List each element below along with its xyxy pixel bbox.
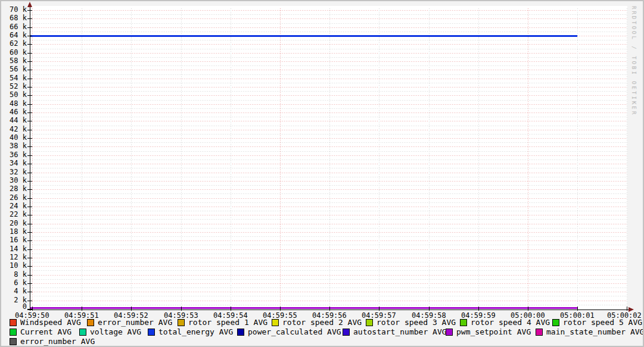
major-gridline-h	[30, 79, 626, 79]
y-axis-label: 56 k	[1, 65, 27, 73]
x-tick-mark	[577, 307, 578, 311]
y-tick-mark	[27, 309, 32, 310]
legend-color-swatch	[148, 329, 155, 336]
major-gridline-v	[280, 8, 281, 309]
y-tick-mark	[27, 112, 32, 113]
legend-label: rotor speed 4 AVG	[471, 318, 550, 327]
major-gridline-h	[30, 10, 626, 11]
minor-gridline-h	[30, 32, 626, 32]
major-gridline-h	[30, 181, 626, 182]
minor-gridline-v	[329, 8, 330, 309]
legend-label: rotor speed 3 AVG	[377, 318, 456, 327]
legend-color-swatch	[460, 319, 467, 326]
legend-color-swatch	[272, 319, 279, 326]
y-axis-label: 50 k	[1, 90, 27, 99]
legend-item-main-state-number-avg: main_state_number AVG	[536, 328, 644, 336]
major-gridline-h	[30, 232, 626, 233]
y-axis-label: 2 k	[1, 296, 27, 304]
y-tick-mark	[27, 207, 32, 207]
major-gridline-h	[30, 198, 626, 199]
x-tick-mark	[627, 307, 627, 311]
y-tick-mark	[27, 301, 32, 301]
legend-color-swatch	[10, 319, 17, 326]
y-axis-label: 12 k	[1, 253, 27, 261]
legend-label: rotor speed 2 AVG	[282, 318, 362, 327]
legend-item-rotor-speed-5-avg: rotor speed 5 AVG	[552, 318, 642, 327]
y-tick-mark	[27, 146, 32, 147]
minor-gridline-v	[478, 8, 479, 309]
major-gridline-h	[30, 301, 626, 301]
major-gridline-h	[30, 292, 626, 292]
legend-color-swatch	[10, 338, 17, 345]
major-gridline-h	[30, 27, 626, 28]
minor-gridline-h	[30, 228, 626, 229]
x-tick-mark	[32, 307, 33, 311]
x-tick-mark	[280, 307, 281, 311]
minor-gridline-h	[30, 100, 626, 101]
y-axis-label: 58 k	[1, 57, 27, 65]
minor-gridline-v	[627, 8, 627, 309]
minor-gridline-h	[30, 193, 626, 194]
y-axis-label: 18 k	[1, 227, 27, 236]
major-gridline-h	[30, 189, 626, 190]
major-gridline-h	[30, 18, 626, 19]
y-axis-arrow-icon	[27, 2, 32, 7]
y-axis-label: 70 k	[1, 5, 27, 14]
legend-item-error-number-avg: error_number AVG	[10, 337, 95, 346]
minor-gridline-h	[30, 40, 626, 40]
minor-gridline-h	[30, 287, 626, 288]
legend-color-swatch	[87, 319, 94, 326]
major-gridline-h	[30, 207, 626, 207]
minor-gridline-h	[30, 57, 626, 58]
legend-color-swatch	[536, 329, 543, 336]
plot-area: 02 k4 k6 k8 k10 k12 k14 k16 k18 k20 k22 …	[1, 1, 643, 316]
legend-label: autostart_number AVG	[353, 328, 447, 336]
minor-gridline-h	[30, 168, 626, 168]
legend-label: power_calculated AVG	[248, 328, 341, 336]
legend-color-swatch	[237, 329, 244, 336]
legend: Windspeed AVGerror_number AVGrotor speed…	[1, 316, 643, 346]
minor-gridline-h	[30, 185, 626, 186]
y-axis-label: 10 k	[1, 261, 27, 270]
y-tick-mark	[27, 27, 32, 28]
x-tick-mark	[181, 307, 182, 311]
x-tick-mark	[379, 307, 379, 311]
y-axis-label: 20 k	[1, 219, 27, 227]
y-tick-mark	[27, 292, 32, 292]
y-axis-label: 16 k	[1, 236, 27, 244]
y-tick-mark	[27, 283, 32, 284]
legend-item-pwm-setpoint-avg: pwm_setpoint AVG	[446, 328, 531, 336]
y-axis-label: 36 k	[1, 151, 27, 159]
y-tick-mark	[27, 181, 32, 182]
legend-color-swatch	[343, 329, 350, 336]
y-tick-mark	[27, 104, 32, 105]
y-axis-label: 40 k	[1, 133, 27, 142]
y-tick-mark	[27, 240, 32, 241]
y-axis-label: 4 k	[1, 287, 27, 295]
minor-gridline-h	[30, 151, 626, 152]
y-tick-mark	[27, 44, 32, 45]
legend-color-swatch	[178, 319, 185, 326]
y-tick-mark	[27, 138, 32, 139]
minor-gridline-h	[30, 245, 626, 245]
legend-label: error_number AVG	[98, 318, 172, 327]
minor-gridline-v	[429, 8, 430, 309]
legend-label: pwm_setpoint AVG	[456, 328, 531, 336]
legend-item-autostart-number-avg: autostart_number AVG	[343, 328, 447, 336]
y-axis-label: 28 k	[1, 185, 27, 193]
y-axis-label: 48 k	[1, 99, 27, 108]
legend-label: Windspeed AVG	[20, 318, 81, 327]
canvas-background	[30, 6, 627, 310]
minor-gridline-h	[30, 142, 626, 143]
major-gridline-h	[30, 138, 626, 139]
major-gridline-h	[30, 215, 626, 215]
y-axis-label: 34 k	[1, 159, 27, 167]
y-tick-mark	[27, 130, 32, 130]
major-gridline-h	[30, 87, 626, 87]
y-tick-mark	[27, 266, 32, 267]
major-gridline-h	[30, 130, 626, 130]
minor-gridline-h	[30, 236, 626, 237]
minor-gridline-h	[30, 254, 626, 254]
legend-color-swatch	[552, 319, 559, 326]
x-tick-mark	[478, 307, 479, 311]
